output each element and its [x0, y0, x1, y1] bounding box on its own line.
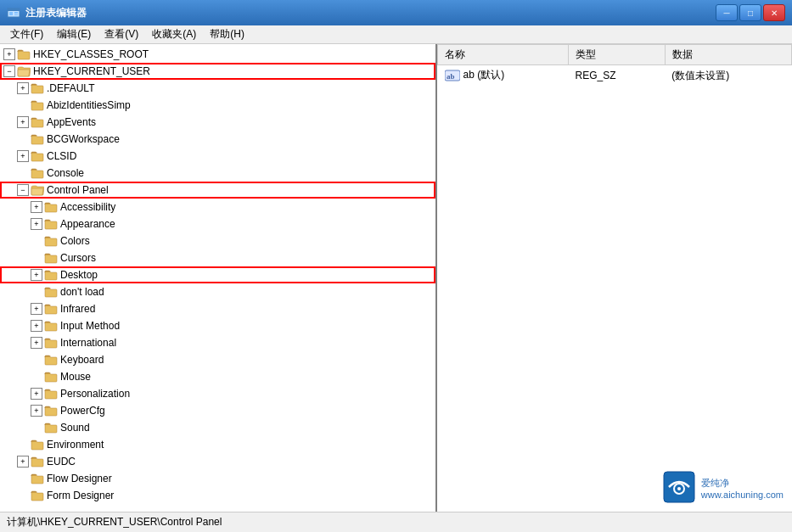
- folder-icon: [44, 286, 58, 298]
- tree-item[interactable]: − HKEY_CURRENT_USER: [0, 63, 435, 80]
- tree-item[interactable]: + Input Method: [0, 317, 435, 334]
- expand-btn[interactable]: +: [17, 456, 29, 468]
- expand-btn[interactable]: −: [17, 184, 29, 196]
- folder-icon: [31, 133, 44, 145]
- close-button[interactable]: ✕: [763, 4, 785, 21]
- tree-label: HKEY_CLASSES_ROOT: [33, 48, 149, 60]
- tree-item[interactable]: + Desktop: [0, 266, 435, 283]
- watermark-url: www.aichuning.com: [701, 490, 784, 500]
- expand-btn[interactable]: +: [17, 82, 29, 94]
- title-bar: 注册表编辑器 ─ □ ✕: [0, 0, 792, 25]
- tree-item[interactable]: + AppEvents: [0, 114, 435, 131]
- tree-item[interactable]: − Control Panel: [0, 182, 435, 199]
- tree-item[interactable]: + CLSID: [0, 148, 435, 165]
- expand-btn[interactable]: +: [31, 201, 42, 213]
- tree-label: don't load: [60, 286, 104, 298]
- folder-icon: [44, 269, 58, 281]
- folder-icon: [31, 439, 44, 451]
- tree-label: Appearance: [60, 218, 115, 230]
- tree-item[interactable]: + Accessibility: [0, 199, 435, 216]
- expand-btn[interactable]: +: [31, 320, 42, 332]
- table-row[interactable]: ab ab (默认) REG_SZ(数值未设置): [438, 65, 792, 87]
- tree-item[interactable]: Form Designer: [0, 487, 435, 504]
- expand-btn[interactable]: +: [17, 116, 29, 128]
- expand-btn[interactable]: +: [31, 303, 42, 315]
- folder-icon: [44, 252, 58, 264]
- tree-item[interactable]: Environment: [0, 436, 435, 453]
- folder-icon: [31, 456, 44, 468]
- menu-edit[interactable]: 编辑(E): [50, 25, 98, 43]
- folder-icon: [44, 235, 58, 247]
- watermark-text: 爱纯净 www.aichuning.com: [701, 477, 784, 500]
- col-type: 类型: [569, 45, 666, 65]
- tree-item[interactable]: + .DEFAULT: [0, 80, 435, 97]
- expand-btn[interactable]: +: [3, 48, 15, 60]
- expand-btn[interactable]: +: [31, 218, 42, 230]
- svg-rect-3: [14, 12, 18, 14]
- tree-label: Console: [47, 167, 84, 179]
- tree-label: Sound: [60, 422, 90, 434]
- folder-icon: [44, 422, 58, 434]
- folder-icon: [44, 354, 58, 366]
- svg-rect-2: [9, 12, 13, 15]
- tree-label: PowerCfg: [60, 405, 105, 417]
- tree-label: Flow Designer: [47, 473, 112, 484]
- tree-item[interactable]: Colors: [0, 232, 435, 249]
- folder-icon: [17, 48, 31, 60]
- svg-rect-4: [14, 14, 18, 15]
- folder-icon: [44, 337, 58, 349]
- tree-item[interactable]: AbizIdentitiesSimp: [0, 97, 435, 114]
- folder-icon: [44, 371, 58, 383]
- expand-btn[interactable]: +: [17, 150, 29, 162]
- tree-label: Colors: [60, 235, 90, 247]
- tree-item[interactable]: Cursors: [0, 249, 435, 266]
- menu-view[interactable]: 查看(V): [98, 25, 145, 43]
- expand-btn[interactable]: −: [3, 65, 15, 77]
- tree-item[interactable]: Console: [0, 165, 435, 182]
- cell-data: (数值未设置): [665, 65, 791, 87]
- tree-item[interactable]: + EUDC: [0, 453, 435, 470]
- right-pane: 名称 类型 数据 ab ab (默认) REG_SZ(数值未设置): [437, 44, 792, 512]
- expand-btn[interactable]: +: [31, 269, 42, 281]
- app-icon: [7, 6, 20, 20]
- menu-file[interactable]: 文件(F): [3, 25, 50, 43]
- tree-item[interactable]: Flow Designer: [0, 470, 435, 487]
- expand-btn[interactable]: +: [31, 405, 42, 417]
- expand-btn[interactable]: +: [31, 337, 42, 349]
- tree-item[interactable]: + Appearance: [0, 216, 435, 232]
- tree-label: Input Method: [60, 320, 120, 332]
- expand-btn[interactable]: +: [31, 388, 42, 400]
- cell-type: REG_SZ: [569, 65, 666, 87]
- tree-label: AbizIdentitiesSimp: [47, 99, 131, 111]
- tree-label: International: [60, 337, 116, 349]
- tree-item[interactable]: BCGWorkspace: [0, 131, 435, 148]
- registry-table: 名称 类型 数据 ab ab (默认) REG_SZ(数值未设置): [437, 44, 792, 87]
- status-bar: 计算机\HKEY_CURRENT_USER\Control Panel: [0, 512, 792, 532]
- minimize-button[interactable]: ─: [716, 4, 738, 21]
- folder-icon: [31, 490, 44, 501]
- tree-item[interactable]: Sound: [0, 419, 435, 436]
- tree-item[interactable]: + PowerCfg: [0, 402, 435, 419]
- folder-icon: [17, 65, 31, 77]
- menu-help[interactable]: 帮助(H): [203, 25, 251, 43]
- tree-label: Form Designer: [47, 490, 114, 501]
- folder-icon: [44, 218, 58, 230]
- menu-favorites[interactable]: 收藏夹(A): [145, 25, 203, 43]
- tree-label: .DEFAULT: [47, 82, 94, 94]
- restore-button[interactable]: □: [739, 4, 761, 21]
- tree-item[interactable]: Mouse: [0, 368, 435, 385]
- tree-label: Mouse: [60, 371, 91, 383]
- tree-pane[interactable]: + HKEY_CLASSES_ROOT− HKEY_CURRENT_USER+ …: [0, 44, 437, 512]
- tree-item[interactable]: don't load: [0, 283, 435, 300]
- tree-item[interactable]: + Infrared: [0, 300, 435, 317]
- tree-item[interactable]: + Personalization: [0, 385, 435, 402]
- tree-label: Cursors: [60, 252, 96, 264]
- folder-icon: [44, 388, 58, 400]
- svg-rect-1: [8, 8, 20, 11]
- tree-label: CLSID: [47, 150, 76, 162]
- tree-item[interactable]: Keyboard: [0, 351, 435, 368]
- registry-tree: + HKEY_CLASSES_ROOT− HKEY_CURRENT_USER+ …: [0, 44, 435, 506]
- tree-label: Personalization: [60, 388, 130, 400]
- tree-item[interactable]: + HKEY_CLASSES_ROOT: [0, 46, 435, 63]
- tree-item[interactable]: + International: [0, 334, 435, 351]
